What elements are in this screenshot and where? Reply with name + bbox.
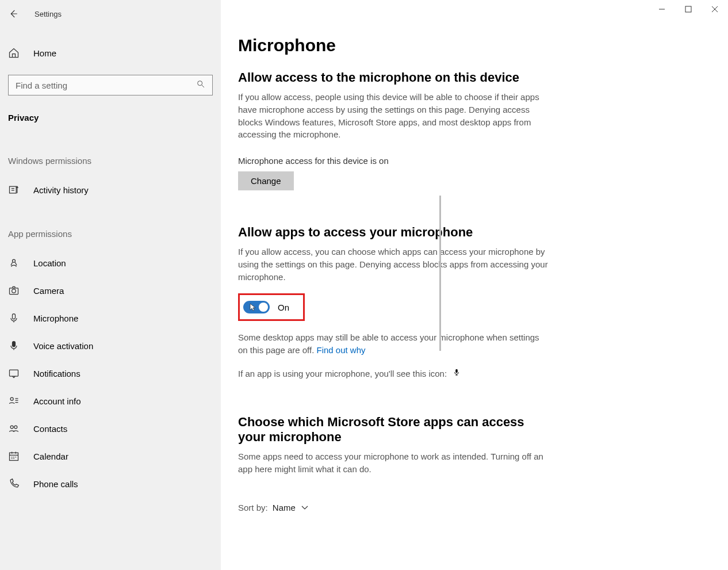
- sidebar-item-account-info[interactable]: Account info: [0, 387, 221, 415]
- location-icon: [8, 257, 20, 269]
- sidebar-item-activity-history[interactable]: Activity history: [0, 176, 221, 204]
- svg-rect-6: [13, 342, 16, 347]
- svg-rect-12: [685, 6, 691, 12]
- section3-description: Some apps need to access your microphone…: [238, 450, 549, 476]
- group-windows-permissions: Windows permissions: [0, 156, 221, 166]
- mic-usage-icon-note: If an app is using your microphone, you'…: [238, 367, 549, 380]
- section2-description: If you allow access, you can choose whic…: [238, 246, 549, 283]
- svg-point-4: [12, 289, 16, 293]
- section1-description: If you allow access, people using this d…: [238, 91, 549, 141]
- page-title: Microphone: [238, 36, 728, 55]
- svg-rect-1: [10, 186, 17, 193]
- sidebar: Settings Home Privacy Windows permission…: [0, 0, 221, 570]
- sidebar-item-label: Location: [33, 258, 66, 268]
- scrollbar[interactable]: [439, 196, 441, 351]
- current-category: Privacy: [0, 105, 221, 131]
- main-content: Microphone Allow access to the microphon…: [221, 0, 728, 570]
- search-icon: [196, 79, 205, 91]
- svg-point-10: [14, 426, 17, 429]
- svg-point-9: [10, 426, 13, 429]
- activity-history-icon: [8, 184, 20, 196]
- svg-point-2: [13, 259, 16, 262]
- close-button[interactable]: [702, 0, 728, 18]
- chevron-down-icon: [301, 503, 308, 512]
- phone-icon: [8, 478, 20, 489]
- microphone-indicator-icon: [453, 369, 461, 378]
- notifications-icon: [8, 368, 20, 379]
- contacts-icon: [8, 423, 20, 434]
- sort-by-row[interactable]: Sort by: Name: [238, 503, 728, 512]
- home-icon: [8, 47, 20, 59]
- sidebar-item-camera[interactable]: Camera: [0, 277, 221, 304]
- svg-point-8: [10, 397, 13, 400]
- toggle-knob: [259, 303, 268, 312]
- svg-point-0: [198, 81, 202, 86]
- apps-access-toggle[interactable]: [243, 301, 270, 313]
- minimize-button[interactable]: [649, 0, 675, 18]
- device-access-status: Microphone access for this device is on: [238, 156, 728, 166]
- calendar-icon: [8, 450, 20, 462]
- search-input[interactable]: [16, 81, 196, 90]
- sidebar-item-label: Camera: [33, 286, 64, 296]
- account-info-icon: [8, 395, 20, 407]
- search-box[interactable]: [8, 75, 213, 95]
- sidebar-item-label: Activity history: [33, 185, 89, 195]
- section3-heading: Choose which Microsoft Store apps can ac…: [238, 415, 549, 445]
- sort-label: Sort by:: [238, 503, 268, 512]
- change-button[interactable]: Change: [238, 171, 294, 190]
- toggle-highlight-box: On: [238, 293, 305, 321]
- section1-heading: Allow access to the microphone on this d…: [238, 70, 728, 85]
- sidebar-item-notifications[interactable]: Notifications: [0, 359, 221, 387]
- microphone-icon: [8, 312, 20, 324]
- home-label: Home: [33, 48, 56, 58]
- sidebar-item-label: Calendar: [33, 452, 68, 461]
- svg-rect-7: [10, 370, 18, 376]
- section2-note: Some desktop apps may still be able to a…: [238, 331, 549, 357]
- find-out-why-link[interactable]: Find out why: [317, 345, 366, 355]
- voice-icon: [8, 340, 20, 351]
- svg-rect-13: [455, 369, 458, 373]
- section2-heading: Allow apps to access your microphone: [238, 225, 728, 240]
- camera-icon: [8, 285, 20, 296]
- sidebar-item-label: Account info: [33, 396, 81, 406]
- sidebar-item-calendar[interactable]: Calendar: [0, 442, 221, 470]
- svg-rect-11: [10, 453, 18, 460]
- sidebar-item-label: Notifications: [33, 369, 81, 378]
- app-title: Settings: [35, 10, 62, 18]
- sidebar-item-label: Contacts: [33, 424, 67, 434]
- toggle-state-label: On: [278, 303, 289, 312]
- group-app-permissions: App permissions: [0, 229, 221, 239]
- cursor-icon: [250, 303, 258, 311]
- sidebar-item-contacts[interactable]: Contacts: [0, 415, 221, 442]
- sidebar-item-label: Voice activation: [33, 341, 93, 351]
- sidebar-item-label: Microphone: [33, 313, 78, 323]
- maximize-button[interactable]: [675, 0, 702, 18]
- home-nav[interactable]: Home: [0, 41, 221, 64]
- sidebar-item-location[interactable]: Location: [0, 249, 221, 277]
- titlebar: Settings: [0, 5, 221, 23]
- sort-value: Name: [273, 503, 296, 512]
- sidebar-item-label: Phone calls: [33, 479, 78, 489]
- svg-rect-5: [13, 314, 16, 319]
- sidebar-item-microphone[interactable]: Microphone: [0, 304, 221, 332]
- sidebar-item-phone-calls[interactable]: Phone calls: [0, 470, 221, 498]
- back-button[interactable]: [8, 9, 18, 19]
- sidebar-item-voice-activation[interactable]: Voice activation: [0, 332, 221, 359]
- window-controls: [649, 0, 728, 18]
